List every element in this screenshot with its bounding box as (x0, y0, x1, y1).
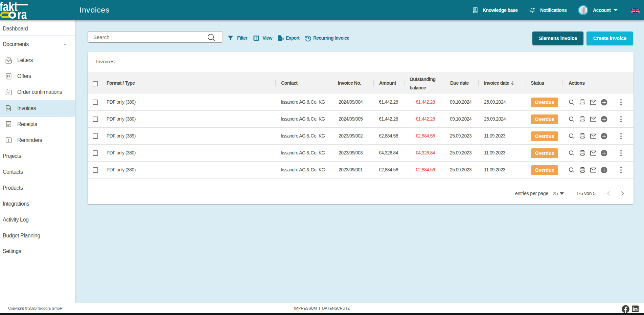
svg-text:ra: ra (17, 7, 27, 20)
svg-text:fakt: fakt (0, 0, 18, 14)
